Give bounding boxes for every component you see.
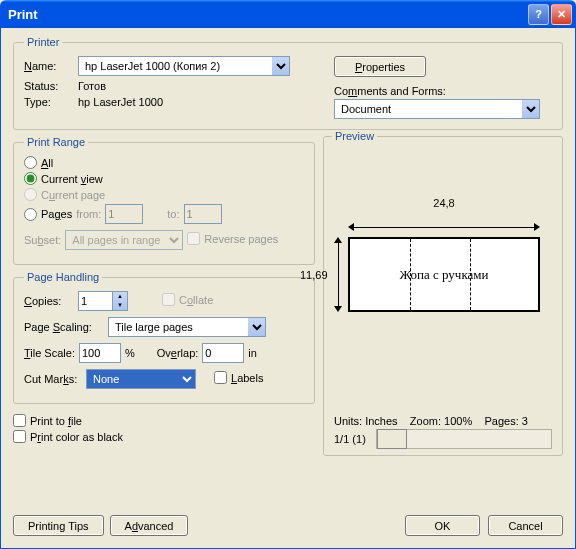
printing-tips-button[interactable]: Printing Tips (13, 515, 104, 536)
tile-scale-label: Tile Scale: (24, 347, 75, 359)
ok-button[interactable]: OK (405, 515, 480, 536)
scaling-select[interactable]: Tile large pages (108, 317, 266, 337)
subset-label: Subset: (24, 234, 61, 246)
status-value: Готов (78, 80, 106, 92)
status-label: Status: (24, 80, 74, 92)
subset-select: All pages in range (65, 230, 183, 250)
overlap-input[interactable] (202, 343, 244, 363)
from-input (105, 204, 143, 224)
preview-page: 24,8 11,69 Жопа с ручками (348, 237, 540, 312)
tile-scale-input[interactable] (79, 343, 121, 363)
preview-height: 11,69 (300, 269, 328, 281)
printer-group: Printer Name: hp LaserJet 1000 (Копия 2)… (13, 36, 563, 130)
printer-name-select[interactable]: hp LaserJet 1000 (Копия 2) (78, 56, 290, 76)
copies-spinner[interactable]: ▲▼ (78, 291, 128, 311)
collate-check: Collate (162, 293, 213, 306)
radio-pages[interactable]: Pages from: to: (24, 204, 304, 224)
preview-content: Жопа с ручками (400, 267, 489, 283)
comments-label: Comments and Forms: (334, 85, 552, 97)
preview-width: 24,8 (348, 197, 540, 209)
to-input (184, 204, 222, 224)
chevron-up-icon: ▲ (113, 292, 127, 301)
cutmarks-select[interactable]: None (86, 369, 196, 389)
properties-button[interactable]: Properties (334, 56, 426, 77)
print-to-file-check[interactable]: Print to file (13, 414, 315, 427)
preview-group: Preview 24,8 11,69 Жопа с ручками (323, 136, 563, 456)
name-label: Name: (24, 60, 74, 72)
window-title: Print (4, 7, 526, 22)
cancel-button[interactable]: Cancel (488, 515, 563, 536)
type-value: hp LaserJet 1000 (78, 96, 163, 108)
scaling-label: Page Scaling: (24, 321, 104, 333)
title-bar: Print ? ✕ (0, 0, 576, 28)
preview-slider[interactable] (376, 429, 552, 449)
print-black-check[interactable]: Print color as black (13, 430, 315, 443)
help-icon[interactable]: ? (528, 4, 549, 25)
handling-legend: Page Handling (24, 271, 102, 283)
cutmarks-label: Cut Marks: (24, 373, 82, 385)
comments-select[interactable]: Document (334, 99, 540, 119)
radio-all[interactable]: All (24, 156, 304, 169)
type-label: Type: (24, 96, 74, 108)
close-icon[interactable]: ✕ (551, 4, 572, 25)
radio-current-page: Current page (24, 188, 304, 201)
chevron-down-icon: ▼ (113, 301, 127, 310)
overlap-label: Overlap: (157, 347, 199, 359)
reverse-check: Reverse pages (187, 232, 278, 245)
slider-label: 1/1 (1) (334, 433, 366, 445)
preview-info: Units: Inches Zoom: 100% Pages: 3 (334, 415, 552, 427)
page-handling-group: Page Handling Copies: ▲▼ Collate Page Sc… (13, 271, 315, 404)
copies-label: Copies: (24, 295, 74, 307)
labels-check[interactable]: Labels (214, 371, 263, 384)
range-legend: Print Range (24, 136, 88, 148)
print-range-group: Print Range All Current view Current pag… (13, 136, 315, 265)
printer-legend: Printer (24, 36, 62, 48)
advanced-button[interactable]: Advanced (110, 515, 189, 536)
radio-current-view[interactable]: Current view (24, 172, 304, 185)
preview-legend: Preview (332, 130, 377, 142)
